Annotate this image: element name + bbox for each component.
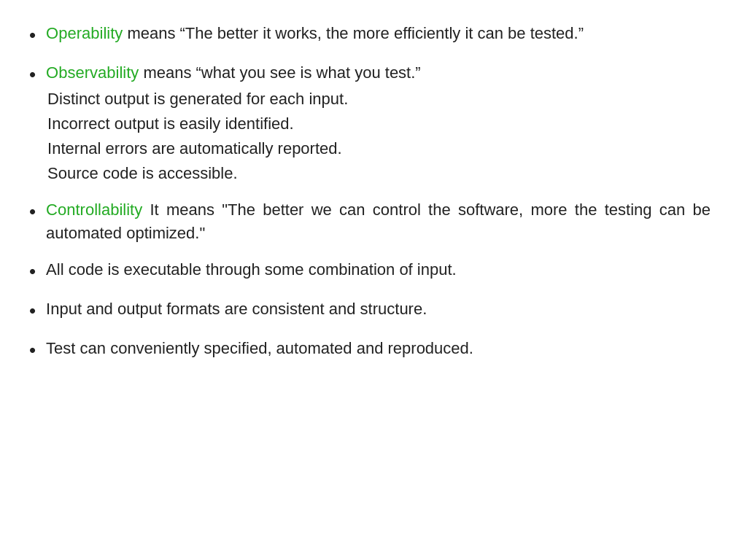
sub-lines: Distinct output is generated for each in…: [46, 88, 711, 185]
list-item: •All code is executable through some com…: [29, 258, 711, 284]
item-content: Input and output formats are consistent …: [46, 298, 711, 321]
item-content: Observability means “what you see is wha…: [46, 61, 711, 184]
keyword-label: Controllability: [46, 201, 142, 219]
bullet-icon: •: [29, 22, 36, 48]
item-text: means “The better it works, the more eff…: [123, 24, 584, 42]
item-content: Operability means “The better it works, …: [46, 22, 711, 45]
sub-line: Internal errors are automatically report…: [47, 137, 711, 160]
item-content: All code is executable through some comb…: [46, 258, 711, 281]
keyword-label: Operability: [46, 24, 123, 42]
bullet-icon: •: [29, 61, 36, 88]
plain-text: All code is executable through some comb…: [46, 260, 457, 279]
list-item: •Observability means “what you see is wh…: [29, 61, 711, 184]
item-content: Controllability It means "The better we …: [46, 198, 711, 245]
item-text: It means "The better we can control the …: [46, 201, 711, 242]
bullet-icon: •: [29, 198, 36, 225]
keyword-label: Observability: [46, 63, 139, 82]
main-list: •Operability means “The better it works,…: [29, 22, 711, 364]
plain-text: Test can conveniently specified, automat…: [46, 339, 473, 357]
list-item: •Controllability It means "The better we…: [29, 198, 711, 245]
list-item: •Operability means “The better it works,…: [29, 22, 711, 48]
item-content: Test can conveniently specified, automat…: [46, 337, 711, 360]
sub-line: Distinct output is generated for each in…: [47, 88, 711, 111]
sub-line: Incorrect output is easily identified.: [47, 112, 711, 136]
item-text: means “what you see is what you test.”: [139, 63, 420, 82]
bullet-icon: •: [29, 337, 36, 363]
bullet-icon: •: [29, 298, 36, 324]
sub-line: Source code is accessible.: [47, 162, 711, 185]
list-item: •Test can conveniently specified, automa…: [29, 337, 711, 363]
bullet-icon: •: [29, 258, 36, 284]
list-item: •Input and output formats are consistent…: [29, 298, 711, 324]
plain-text: Input and output formats are consistent …: [46, 300, 427, 318]
